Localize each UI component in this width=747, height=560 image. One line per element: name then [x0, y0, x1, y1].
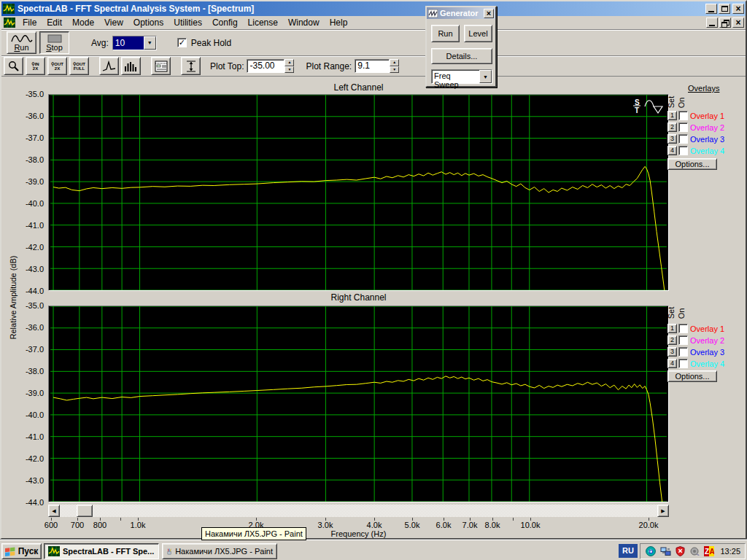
y-tick-label: -42.0 — [15, 454, 44, 463]
right-channel-plot — [48, 306, 669, 502]
run-button[interactable]: Run — [7, 31, 36, 54]
overlay-on-checkbox-3[interactable] — [678, 134, 688, 144]
mdi-minimize-button[interactable] — [706, 18, 718, 28]
close-button[interactable]: × — [732, 4, 744, 14]
spin-down-icon[interactable]: ▼ — [285, 66, 294, 74]
y-tick-label: -42.0 — [15, 243, 44, 252]
generator-run-button[interactable]: Run — [431, 25, 460, 42]
overlay-on-checkbox-4[interactable] — [678, 146, 688, 155]
avg-combobox[interactable]: 10 ▼ — [112, 36, 157, 50]
overlay-label-2: Overlay 2 — [690, 123, 724, 132]
overlay-on-checkbox-1[interactable] — [678, 111, 688, 120]
arrow-left-icon: ◀ — [52, 508, 55, 514]
network-tray-icon[interactable] — [659, 545, 671, 557]
mdi-restore-button[interactable] — [719, 18, 731, 28]
mdi-minimize-icon — [709, 25, 715, 26]
menu-item-utilities[interactable]: Utilities — [169, 16, 207, 29]
spin-down-icon[interactable]: ▼ — [390, 66, 399, 74]
overlay-on-checkbox-3[interactable] — [678, 347, 688, 357]
plot-top-spinner[interactable]: ▲▼ — [285, 59, 294, 73]
overlay-label-3: Overlay 3 — [690, 348, 724, 357]
maximize-icon — [721, 6, 728, 12]
overlay-on-checkbox-4[interactable] — [678, 359, 688, 368]
overlay-set-button-2[interactable]: 2 — [667, 122, 677, 132]
menu-item-mode[interactable]: Mode — [67, 16, 99, 29]
scroll-left-button[interactable]: ◀ — [48, 505, 60, 517]
display-settings-button[interactable] — [151, 57, 171, 75]
antivirus-shield-tray-icon[interactable] — [674, 545, 686, 557]
y-tick-label: -35.0 — [15, 301, 44, 310]
menu-item-edit[interactable]: Edit — [42, 16, 67, 29]
windows-logo-icon — [5, 547, 15, 556]
autoscale-button[interactable] — [181, 57, 201, 75]
bar-plot-mode-button[interactable] — [121, 57, 141, 75]
y-tick-label: -35.0 — [15, 90, 44, 98]
overlay-on-label: On — [677, 306, 686, 321]
menu-item-license[interactable]: License — [243, 16, 283, 29]
overlay-set-button-4[interactable]: 4 — [667, 146, 677, 155]
chevron-down-icon[interactable]: ▼ — [479, 70, 492, 83]
zoom-out-2x-button[interactable]: ⚲OUT 2X — [47, 57, 67, 75]
generator-mode-combobox[interactable]: Freq Sweep ▼ — [431, 69, 492, 84]
volume-tray-icon[interactable] — [689, 545, 700, 557]
minimize-button[interactable] — [705, 4, 717, 14]
generator-close-button[interactable]: × — [484, 9, 494, 18]
overlay-on-checkbox-2[interactable] — [678, 122, 688, 132]
chevron-down-icon[interactable]: ▼ — [144, 36, 156, 50]
overlay-label-4: Overlay 4 — [690, 359, 724, 368]
zoom-out-full-button[interactable]: ⚲OUT FULL — [69, 57, 89, 75]
plot-horizontal-scrollbar[interactable]: ◀ ▶ — [48, 505, 669, 517]
spectralab-task-icon — [48, 546, 60, 556]
menu-item-options[interactable]: Options — [128, 16, 169, 29]
overlay-set-button-3[interactable]: 3 — [667, 134, 677, 144]
plot-top-input[interactable]: -35.00 — [247, 59, 285, 73]
avg-value: 10 — [113, 36, 144, 50]
menu-item-help[interactable]: Help — [325, 16, 353, 29]
menu-item-window[interactable]: Window — [283, 16, 325, 29]
overlay-options-button[interactable]: Options... — [667, 158, 717, 170]
mdi-restore-icon — [721, 20, 729, 26]
generator-level-button[interactable]: Level — [464, 25, 492, 42]
overlay-set-button-3[interactable]: 3 — [667, 347, 677, 357]
paint-task-icon — [166, 546, 172, 557]
start-button[interactable]: Пуск — [1, 543, 42, 559]
x-tick-label: 800 — [84, 521, 116, 529]
y-tick-label: -41.0 — [15, 221, 44, 230]
x-tick-label: 4.0k — [358, 521, 390, 529]
zoom-in-2x-button[interactable]: ⚲IN 2X — [26, 57, 45, 75]
menu-item-view[interactable]: View — [99, 16, 128, 29]
task-button-spectralab[interactable]: SpectraLAB - FFT Spe... — [44, 543, 159, 559]
generator-details-button[interactable]: Details... — [431, 48, 492, 64]
cd-player-tray-icon[interactable]: D — [645, 545, 657, 557]
line-plot-mode-button[interactable] — [99, 57, 119, 75]
y-tick-label: -38.0 — [15, 367, 44, 376]
zonealarm-tray-icon[interactable]: ZA — [703, 545, 715, 557]
overlay-on-checkbox-1[interactable] — [678, 324, 688, 333]
maximize-button[interactable] — [719, 4, 730, 14]
overlay-set-button-4[interactable]: 4 — [667, 359, 677, 368]
clock: 13:25 — [720, 547, 740, 556]
plot-range-spinner[interactable]: ▲▼ — [390, 59, 399, 73]
overlay-on-checkbox-2[interactable] — [678, 335, 688, 345]
y-tick-label: -38.0 — [15, 155, 44, 164]
main-toolbar: Run Stop Avg: 10 ▼ ✓ Peak Hold — [1, 30, 746, 56]
x-tick-label: 3.0k — [309, 521, 341, 529]
overlay-set-button-1[interactable]: 1 — [667, 111, 677, 120]
spin-up-icon[interactable]: ▲ — [390, 59, 399, 66]
spin-up-icon[interactable]: ▲ — [285, 59, 294, 66]
scroll-right-button[interactable]: ▶ — [657, 505, 669, 517]
mdi-close-button[interactable]: × — [732, 18, 744, 28]
stop-button[interactable]: Stop — [39, 31, 69, 54]
overlay-set-button-2[interactable]: 2 — [667, 335, 677, 345]
menu-item-config[interactable]: Config — [207, 16, 243, 29]
zoom-button[interactable] — [4, 57, 23, 75]
overlay-set-button-1[interactable]: 1 — [667, 324, 677, 333]
language-indicator[interactable]: RU — [619, 544, 638, 558]
overlay-options-button[interactable]: Options... — [667, 370, 717, 382]
scrollbar-thumb[interactable] — [77, 505, 93, 517]
menu-item-file[interactable]: File — [18, 16, 42, 29]
task-button-paint[interactable]: Накамичи ЛХ5.JPG - Paint — [162, 543, 277, 559]
plot-range-input[interactable]: 9.1 — [355, 59, 390, 73]
y-tick-label: -39.0 — [15, 177, 44, 186]
peak-hold-checkbox[interactable]: ✓ — [177, 38, 187, 47]
